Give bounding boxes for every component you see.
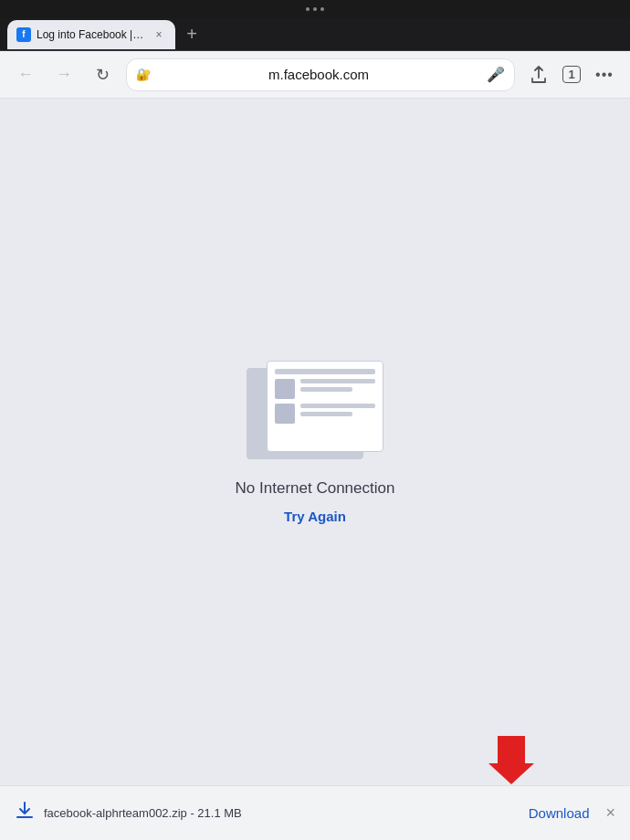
nav-actions: 1 ••• (524, 60, 619, 89)
page-line-4 (300, 412, 352, 416)
reload-icon: ↻ (96, 65, 110, 85)
page-line-1 (300, 379, 375, 383)
tabs-button[interactable]: 1 (557, 60, 586, 89)
try-again-button[interactable]: Try Again (284, 509, 346, 524)
tab-favicon: f (16, 27, 31, 42)
share-icon (530, 66, 547, 84)
page-front (267, 361, 383, 452)
status-dot-3 (320, 7, 324, 11)
page-lines-2 (300, 404, 375, 416)
page-row-2 (275, 404, 375, 424)
no-internet-illustration (247, 361, 383, 461)
tabs-count: 1 (562, 66, 580, 83)
no-internet-title: No Internet Connection (236, 479, 395, 498)
back-button[interactable]: ← (11, 60, 40, 89)
page-line-top (275, 369, 375, 374)
download-button[interactable]: Download (529, 805, 590, 821)
download-icon-svg (15, 801, 35, 821)
lock-icon: 🔐 (136, 68, 151, 81)
download-arrow-icon (15, 801, 35, 825)
status-dot-2 (313, 7, 317, 11)
page-square-1 (275, 379, 295, 399)
new-tab-button[interactable]: + (179, 22, 205, 47)
forward-icon: → (56, 65, 72, 84)
main-content: No Internet Connection Try Again (0, 99, 630, 785)
more-icon: ••• (595, 67, 614, 83)
more-button[interactable]: ••• (590, 60, 619, 89)
reload-button[interactable]: ↻ (88, 60, 117, 89)
page-row-1 (275, 379, 375, 399)
status-dots (306, 7, 324, 11)
url-text: m.facebook.com (156, 67, 481, 82)
red-arrow-icon (484, 731, 539, 786)
forward-button[interactable]: → (49, 60, 79, 89)
active-tab[interactable]: f Log into Facebook | Face × (7, 20, 175, 49)
mic-icon[interactable]: 🎤 (487, 66, 505, 83)
download-bar: facebook-alphrteam002.zip - 21.1 MB Down… (0, 785, 630, 840)
address-bar[interactable]: 🔐 m.facebook.com 🎤 (126, 58, 515, 91)
download-filename: facebook-alphrteam002.zip - 21.1 MB (44, 806, 520, 820)
tab-close-button[interactable]: × (152, 27, 166, 42)
status-dot-1 (306, 7, 310, 11)
page-lines-1 (300, 379, 375, 392)
tab-title: Log into Facebook | Face (37, 28, 146, 41)
page-square-2 (275, 404, 295, 424)
nav-bar: ← → ↻ 🔐 m.facebook.com 🎤 1 ••• (0, 51, 630, 99)
page-line-2 (300, 387, 352, 392)
page-line-3 (300, 404, 375, 408)
arrow-annotation (484, 731, 539, 786)
download-close-button[interactable]: × (605, 803, 615, 823)
back-icon: ← (17, 65, 34, 84)
tab-bar: f Log into Facebook | Face × + (0, 18, 630, 51)
status-bar (0, 0, 630, 18)
share-button[interactable] (524, 60, 553, 89)
